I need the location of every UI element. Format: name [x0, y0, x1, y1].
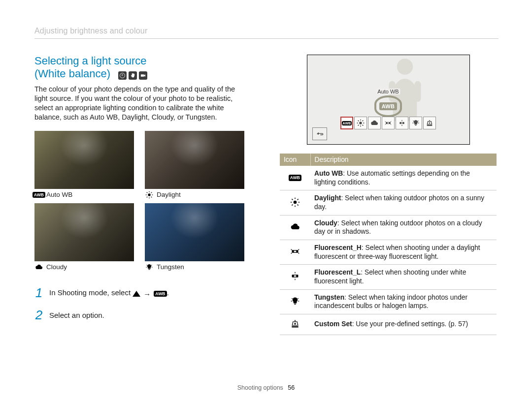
awb-chip-icon: AWB: [154, 291, 166, 297]
wb-tile-cloudy[interactable]: [368, 117, 381, 129]
table-head-icon: Icon: [280, 154, 310, 166]
mode-movie-icon: [139, 71, 147, 80]
left-column: Selecting a light source (White balance)…: [34, 55, 246, 335]
section-title: Selecting a light source (White balance): [34, 55, 246, 81]
awb-chip-icon: AWB: [288, 172, 302, 184]
wb-tile-custom[interactable]: [423, 117, 436, 129]
sample-label: Daylight: [157, 191, 181, 198]
breadcrumb: Adjusting brightness and colour: [34, 27, 499, 39]
mode-hand-icon: [129, 71, 137, 80]
table-row: Tungsten: Select when taking indoor phot…: [280, 289, 497, 314]
cloud-icon: [34, 264, 43, 271]
right-column: Auto WB AWB AWB Icon: [280, 55, 497, 335]
sample-image: [145, 203, 244, 261]
wb-badge: AWB: [374, 95, 402, 117]
mode-p-icon: [118, 71, 127, 80]
step-text: In Shooting mode, select: [49, 288, 133, 297]
steps-list: 1 In Shooting mode, select → AWB . 2 Sel…: [34, 285, 246, 323]
sample-label: Auto WB: [46, 191, 72, 198]
step-2: 2 Select an option.: [34, 308, 246, 323]
footer-page-number: 56: [288, 384, 295, 391]
sample-image: [34, 203, 134, 261]
triangle-up-icon: [133, 291, 140, 297]
step-number: 1: [34, 285, 43, 301]
sample-tungsten: Tungsten: [145, 203, 246, 271]
table-head-desc: Description: [310, 154, 497, 166]
step-text-after: .: [167, 288, 169, 297]
custom-icon: [288, 318, 302, 330]
camera-screen: Auto WB AWB AWB: [307, 55, 470, 145]
table-row: Fluorescent_H: Select when shooting unde…: [280, 240, 497, 264]
table-row: Daylight: Select when taking outdoor pho…: [280, 190, 497, 215]
intro-text: The colour of your photo depends on the …: [34, 85, 246, 123]
table-row: Custom Set: Use your pre-defined setting…: [280, 314, 497, 335]
sun-icon: [288, 196, 302, 208]
arrow-right-icon: →: [143, 290, 151, 298]
bulb-icon: [145, 264, 154, 271]
selected-wb-label: Auto WB: [376, 89, 400, 94]
bulb-icon: [288, 295, 302, 307]
sample-label: Cloudy: [46, 263, 67, 271]
cloud-icon: [288, 221, 302, 233]
wb-option-row: AWB: [340, 117, 436, 129]
wb-tile-fluor-l[interactable]: [396, 117, 408, 129]
sample-label: Tungsten: [157, 263, 184, 271]
sample-grid: AWB Auto WB Daylight Cloudy: [34, 131, 246, 271]
table-row: Fluorescent_L: Select when shooting unde…: [280, 265, 497, 289]
sample-image: [34, 131, 134, 189]
footer-section-label: Shooting options: [237, 384, 283, 391]
wb-tile-fluor-h[interactable]: [382, 117, 395, 129]
step-number: 2: [34, 308, 43, 323]
wb-tile-awb[interactable]: AWB: [340, 117, 353, 129]
table-row: AWB Auto WB: Use automatic settings depe…: [280, 166, 497, 190]
step-1: 1 In Shooting mode, select → AWB .: [34, 285, 246, 301]
page-footer: Shooting options 56: [0, 384, 532, 391]
step-text: Select an option.: [49, 311, 104, 319]
manual-page: Adjusting brightness and colour Selectin…: [0, 0, 532, 401]
back-button[interactable]: [312, 127, 327, 140]
wb-tile-tungsten[interactable]: [409, 117, 422, 129]
fluor-h-icon: [288, 246, 302, 257]
wb-description-table: Icon Description AWB Auto WB: Use automa…: [280, 154, 497, 335]
awb-chip-icon: AWB: [34, 191, 43, 198]
sample-image: [145, 131, 244, 189]
sample-cloudy: Cloudy: [34, 203, 136, 271]
sample-daylight: Daylight: [145, 131, 246, 198]
table-row: Cloudy: Select when taking outdoor photo…: [280, 215, 497, 240]
wb-tile-daylight[interactable]: [354, 117, 367, 129]
sun-icon: [145, 191, 154, 198]
fluor-l-icon: [288, 270, 302, 282]
sample-auto-wb: AWB Auto WB: [34, 131, 136, 198]
